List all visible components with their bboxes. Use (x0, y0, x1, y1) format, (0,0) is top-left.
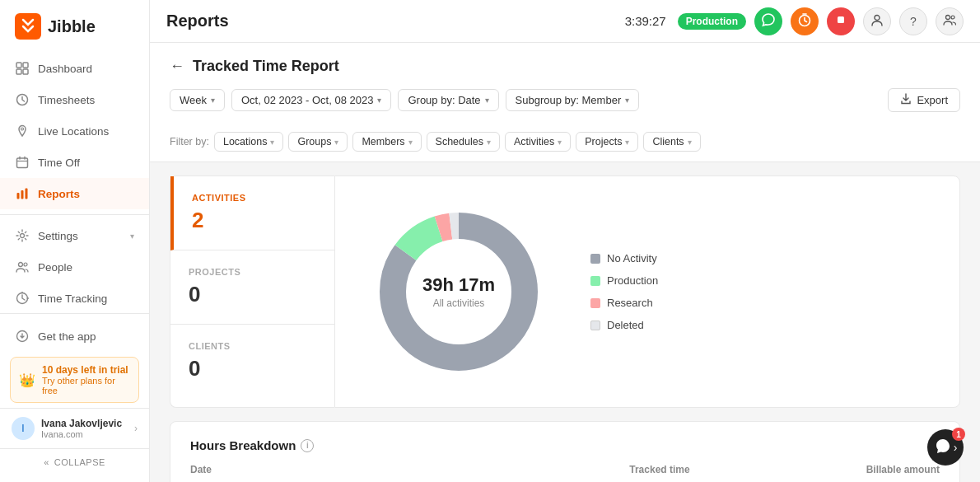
calendar-icon (15, 155, 30, 170)
date-range-label: Oct, 02 2023 - Oct, 08 2023 (241, 94, 373, 106)
filter-activities-chevron: ▾ (558, 138, 562, 147)
legend-item-research: Research (590, 297, 658, 309)
sidebar: Jibble Dashboard Timesheet (0, 0, 150, 482)
chat-badge: 1 (952, 428, 965, 441)
sidebar-item-label: Timesheets (38, 94, 95, 106)
clients-value: 0 (189, 356, 316, 381)
stop-button[interactable] (827, 7, 855, 35)
page-title: Reports (166, 12, 229, 30)
help-icon: ? (910, 15, 917, 28)
user-button[interactable] (863, 7, 891, 35)
main-content: Reports 3:39:27 Production (150, 0, 980, 482)
subgroup-by-button[interactable]: Subgroup by: Member ▾ (506, 89, 640, 111)
legend-label-no-activity: No Activity (607, 252, 657, 264)
filter-by-label: Filter by: (170, 136, 209, 147)
period-chevron-icon: ▾ (211, 96, 215, 105)
period-filter-button[interactable]: Week ▾ (170, 89, 225, 111)
sidebar-item-live-locations[interactable]: Live Locations (0, 115, 149, 147)
back-button[interactable]: ← (170, 58, 184, 75)
chat-bubble-icon (934, 437, 952, 459)
projects-value: 0 (189, 282, 316, 307)
activities-stat: ACTIVITIES 2 (170, 176, 334, 250)
sidebar-item-dashboard[interactable]: Dashboard (0, 53, 149, 84)
filter-projects-label: Projects (585, 136, 622, 147)
content-area: ← Tracked Time Report Week ▾ Oct, 02 202… (150, 43, 980, 482)
filter-schedules[interactable]: Schedules ▾ (427, 132, 500, 152)
hours-table-header: Date Tracked time Billable amount (190, 464, 940, 482)
svg-rect-19 (838, 16, 844, 23)
hours-title: Hours Breakdown i (190, 438, 940, 452)
clock-display: 3:39:27 (625, 14, 666, 28)
filter-clients[interactable]: Clients ▾ (643, 132, 700, 152)
sidebar-item-reports[interactable]: Reports (0, 178, 149, 209)
svg-rect-1 (16, 63, 21, 68)
projects-stat: PROJECTS 0 (170, 250, 334, 325)
bar-chart-icon (15, 186, 30, 201)
sidebar-item-time-off[interactable]: Time Off (0, 147, 149, 178)
chat-bubble-button[interactable]: 1 › (927, 429, 964, 466)
group-by-label: Group by: Date (408, 94, 480, 106)
svg-point-21 (946, 15, 950, 19)
filter-members-label: Members (362, 136, 404, 147)
subgroupby-chevron-icon: ▾ (625, 96, 629, 105)
team-button[interactable] (936, 7, 964, 35)
filter-schedules-label: Schedules (436, 136, 483, 147)
date-range-button[interactable]: Oct, 02 2023 - Oct, 08 2023 ▾ (231, 89, 391, 111)
topbar: Reports 3:39:27 Production (150, 0, 980, 43)
avatar: I (12, 417, 35, 440)
date-chevron-icon: ▾ (377, 96, 381, 105)
export-icon (900, 93, 912, 107)
projects-label: PROJECTS (189, 267, 316, 277)
sidebar-item-people[interactable]: People (0, 251, 149, 283)
filter-locations-label: Locations (223, 136, 268, 147)
chat-icon (761, 12, 776, 30)
svg-point-20 (875, 15, 880, 20)
chart-area: 39h 17m All activities No Activity Produ… (334, 175, 960, 408)
legend-dot-no-activity (590, 254, 600, 264)
left-stats: ACTIVITIES 2 PROJECTS 0 CLIENTS 0 (170, 175, 334, 408)
activities-label: ACTIVITIES (192, 193, 316, 203)
user-profile[interactable]: I Ivana Jakovljevic Ivana.com › (0, 408, 149, 448)
filter-members-chevron: ▾ (408, 138, 413, 147)
sidebar-item-label: Live Locations (38, 125, 109, 138)
clients-stat: CLIENTS 0 (170, 325, 334, 398)
get-app-button[interactable]: Get the app (0, 321, 149, 352)
period-label: Week (180, 94, 207, 106)
sidebar-item-label: Time Off (38, 157, 80, 169)
filter-by-row: Filter by: Locations ▾ Groups ▾ Members … (170, 124, 960, 161)
filter-members[interactable]: Members ▾ (352, 132, 421, 152)
svg-rect-7 (17, 158, 28, 168)
svg-rect-0 (15, 13, 41, 40)
export-label: Export (917, 94, 948, 106)
legend-item-production: Production (590, 274, 658, 287)
filters-row: Week ▾ Oct, 02 2023 - Oct, 08 2023 ▾ Gro… (170, 88, 960, 112)
trial-banner[interactable]: 👑 10 days left in trial Try other plans … (10, 357, 139, 403)
help-button[interactable]: ? (899, 7, 927, 35)
svg-rect-9 (21, 190, 24, 199)
activities-value: 2 (192, 208, 316, 233)
filter-activities[interactable]: Activities ▾ (505, 132, 571, 152)
filter-projects[interactable]: Projects ▾ (576, 132, 638, 152)
svg-point-12 (19, 263, 23, 267)
svg-rect-4 (23, 69, 28, 74)
export-button[interactable]: Export (888, 88, 960, 112)
sidebar-item-settings[interactable]: Settings ▾ (0, 220, 149, 251)
sidebar-item-timesheets[interactable]: Timesheets (0, 84, 149, 115)
timer-button[interactable] (791, 7, 819, 35)
collapse-button[interactable]: « COLLAPSE (0, 448, 149, 475)
settings-icon (15, 228, 30, 243)
legend-label-deleted: Deleted (607, 319, 644, 331)
sidebar-item-time-tracking[interactable]: Time Tracking (0, 283, 149, 313)
back-row: ← Tracked Time Report (170, 58, 960, 75)
env-badge: Production (678, 13, 746, 30)
report-header: ← Tracked Time Report Week ▾ Oct, 02 202… (150, 43, 980, 162)
chat-action-button[interactable] (754, 7, 782, 35)
filter-locations[interactable]: Locations ▾ (214, 132, 284, 152)
svg-rect-10 (26, 189, 28, 199)
filter-groups-label: Groups (297, 136, 331, 147)
filter-groups[interactable]: Groups ▾ (288, 132, 348, 152)
group-by-button[interactable]: Group by: Date ▾ (398, 89, 498, 111)
svg-point-22 (951, 16, 954, 19)
svg-point-13 (24, 263, 27, 266)
sidebar-bottom: Get the app 👑 10 days left in trial Try … (0, 313, 149, 482)
